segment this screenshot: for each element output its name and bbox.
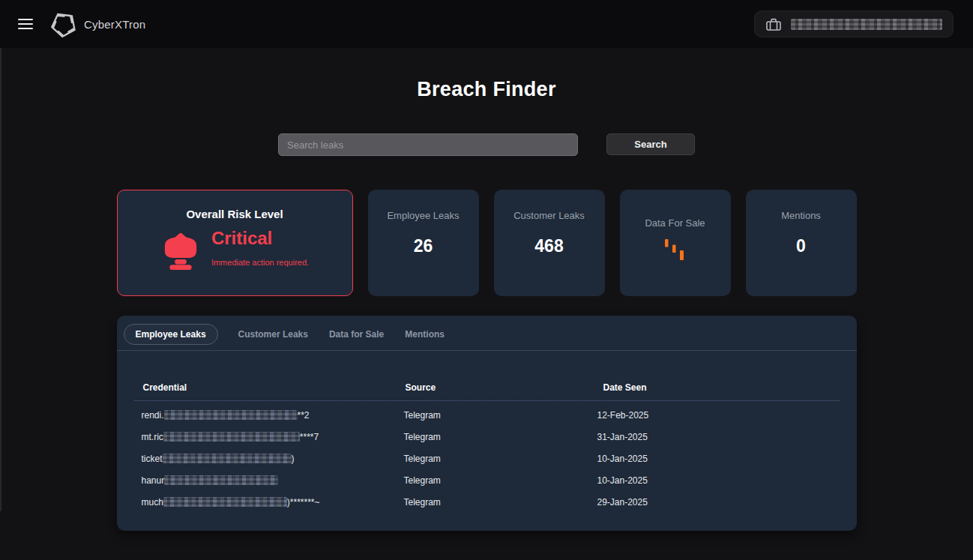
- stat-label: Mentions: [781, 210, 821, 221]
- leaks-table: Credential Source Date Seen rendi.**2 Te…: [134, 351, 840, 513]
- table-body: rendi.**2 Telegram 12-Feb-2025 mt.ric***…: [134, 401, 840, 513]
- date-seen-cell: 12-Feb-2025: [597, 410, 840, 421]
- credential-cell: mt.ric****7: [134, 432, 404, 442]
- hamburger-menu-icon[interactable]: [18, 19, 33, 29]
- stats-row: Overall Risk Level Critical Immediate ac…: [117, 190, 857, 296]
- column-header-credential: Credential: [134, 382, 404, 393]
- mentions-card: Mentions 0: [746, 190, 857, 296]
- redacted-credential: [164, 410, 298, 420]
- table-header: Credential Source Date Seen: [134, 351, 840, 401]
- risk-card-title: Overall Risk Level: [186, 208, 283, 220]
- redacted-credential: [164, 475, 278, 485]
- briefcase-icon: [765, 16, 782, 32]
- column-header-date-seen: Date Seen: [597, 382, 840, 393]
- redacted-workspace-text: [791, 19, 942, 30]
- credential-cell: much)*******~: [134, 497, 404, 508]
- top-bar: CyberXTron: [0, 0, 973, 48]
- column-header-source: Source: [404, 382, 597, 393]
- source-cell: Telegram: [404, 454, 597, 464]
- customer-leaks-card: Customer Leaks 468: [494, 190, 605, 296]
- stat-label: Employee Leaks: [387, 210, 459, 221]
- credential-cell: ticket): [134, 454, 404, 464]
- table-row: ticket) Telegram 10-Jan-2025: [134, 448, 840, 469]
- data-for-sale-card: Data For Sale: [620, 190, 731, 296]
- search-button[interactable]: Search: [606, 133, 695, 155]
- source-cell: Telegram: [404, 475, 597, 486]
- employee-leaks-card: Employee Leaks 26: [368, 190, 479, 296]
- credential-cell: rendi.**2: [134, 410, 404, 421]
- page-title: Breach Finder: [0, 78, 973, 101]
- workspace-badge[interactable]: [754, 10, 954, 37]
- source-cell: Telegram: [404, 432, 597, 442]
- stat-label: Customer Leaks: [513, 210, 585, 221]
- stat-value: 26: [414, 236, 433, 256]
- tab-data-for-sale[interactable]: Data for Sale: [319, 325, 394, 344]
- loading-bars-icon: [664, 238, 687, 261]
- source-cell: Telegram: [404, 410, 597, 421]
- brand-title: CyberXTron: [84, 18, 145, 31]
- date-seen-cell: 10-Jan-2025: [597, 454, 840, 464]
- risk-level-value: Critical: [211, 228, 309, 249]
- left-edge-divider: [0, 48, 1, 511]
- overall-risk-card: Overall Risk Level Critical Immediate ac…: [117, 190, 353, 296]
- date-seen-cell: 29-Jan-2025: [597, 497, 840, 508]
- leaks-tabs: Employee Leaks Customer Leaks Data for S…: [117, 316, 857, 350]
- stat-value: 0: [796, 236, 806, 256]
- leaks-panel: Employee Leaks Customer Leaks Data for S…: [117, 316, 857, 531]
- tab-customer-leaks[interactable]: Customer Leaks: [228, 325, 319, 344]
- table-row: much)*******~ Telegram 29-Jan-2025: [134, 491, 840, 513]
- risk-level-note: Immediate action required.: [211, 258, 309, 267]
- source-cell: Telegram: [404, 497, 597, 508]
- tab-mentions[interactable]: Mentions: [394, 325, 455, 344]
- redacted-credential: [163, 497, 287, 507]
- redacted-credential: [163, 432, 300, 442]
- search-bar: Search: [0, 133, 973, 156]
- table-row: mt.ric****7 Telegram 31-Jan-2025: [134, 426, 840, 448]
- search-input[interactable]: [278, 133, 578, 156]
- siren-icon: [160, 226, 201, 270]
- table-row: hanur Telegram 10-Jan-2025: [134, 469, 840, 491]
- date-seen-cell: 10-Jan-2025: [597, 475, 840, 486]
- tab-employee-leaks[interactable]: Employee Leaks: [124, 324, 218, 345]
- redacted-credential: [163, 454, 292, 463]
- credential-cell: hanur: [134, 475, 404, 486]
- stat-value: 468: [534, 236, 563, 256]
- table-row: rendi.**2 Telegram 12-Feb-2025: [134, 404, 840, 426]
- stat-label: Data For Sale: [645, 217, 705, 229]
- pentagon-knot-logo-icon: [49, 10, 78, 38]
- date-seen-cell: 31-Jan-2025: [597, 432, 840, 442]
